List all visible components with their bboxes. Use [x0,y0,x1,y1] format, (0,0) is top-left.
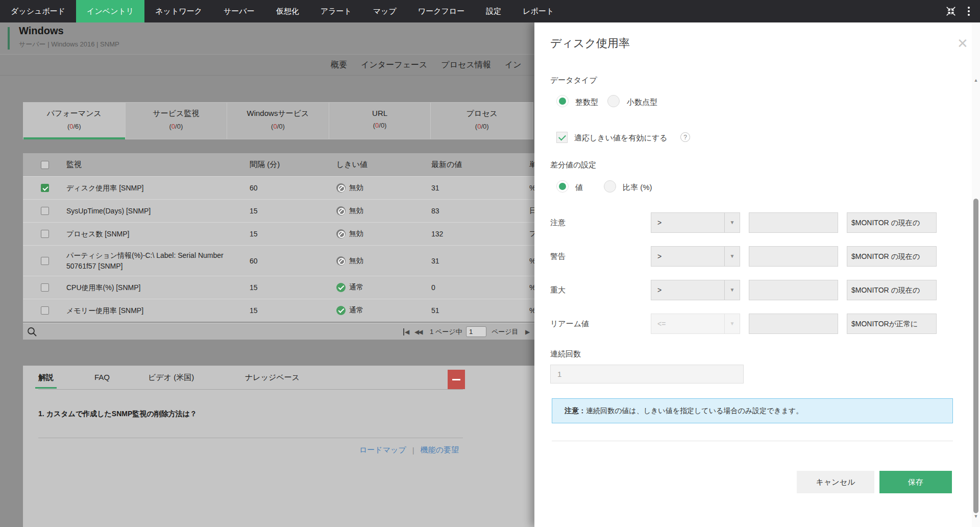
link-separator: | [412,446,414,454]
nav-settings[interactable]: 設定 [475,0,512,22]
table-row[interactable]: メモリー使用率 [SNMP] 15 通常 51 % [23,299,534,322]
page-next-icon[interactable]: ▶ [525,323,529,340]
scrollbar-thumb[interactable] [973,199,978,513]
radio-value[interactable] [556,180,569,193]
monitor-interval: 60 [250,257,336,265]
adaptive-threshold-label[interactable]: 適応しきい値を有効にする [574,133,667,143]
nav-dashboard[interactable]: ダッシュボード [0,0,76,22]
roadmap-link[interactable]: ロードマップ [359,445,406,455]
tab-clipped[interactable]: イン [505,60,522,70]
adaptive-threshold-checkbox[interactable] [556,132,568,143]
collapse-icon[interactable] [945,6,957,17]
help-tab-video[interactable]: ビデオ (米国) [148,373,194,382]
threshold-status: 無効 [349,183,363,193]
category-service-monitor[interactable]: サービス監視 (0/0) [126,103,228,139]
cancel-button[interactable]: キャンセル [797,471,874,493]
page-number-input[interactable] [466,326,486,337]
radio-decimal[interactable] [607,95,620,107]
chevron-down-icon: ▼ [724,213,740,232]
table-row[interactable]: ディスク使用率 [SNMP] 60 無効 31 % [23,176,534,199]
scroll-down-icon[interactable]: ▼ [972,514,980,519]
nav-maps[interactable]: マップ [362,0,407,22]
row-checkbox[interactable] [41,257,49,265]
consecutive-count-label: 連続回数 [550,349,581,359]
chevron-down-icon: ▼ [724,280,740,300]
radio-decimal-label[interactable]: 小数点型 [627,98,657,107]
select-all-checkbox[interactable] [41,161,49,169]
tab-process-info[interactable]: プロセス情報 [441,60,491,70]
table-row[interactable]: プロセス数 [SNMP] 15 無効 132 プロセス [23,222,534,245]
close-icon[interactable]: ✕ [957,37,968,50]
row-checkbox[interactable] [41,230,49,238]
attention-operator-select[interactable]: > ▼ [651,212,740,233]
category-process[interactable]: プロセス (0/0) [431,103,533,139]
feature-request-link[interactable]: 機能の要望 [421,445,459,455]
page-first-icon[interactable]: ◀ [403,323,408,340]
radio-integer-label[interactable]: 整数型 [575,98,598,107]
monitor-unit: % [529,257,534,265]
monitor-interval: 60 [250,184,336,192]
warning-label: 警告 [550,252,566,261]
row-checkbox[interactable] [41,283,49,292]
accent-bar [8,27,10,50]
category-label: URL [329,109,431,117]
rearm-value-input[interactable] [749,314,838,334]
help-tab-explanation[interactable]: 解説 [38,373,54,382]
category-performance[interactable]: パフォーマンス (0/6) [23,103,126,139]
search-icon[interactable] [27,326,38,338]
page-suffix-label: ページ目 [492,323,519,340]
attention-value-input[interactable] [749,212,838,233]
tab-interfaces[interactable]: インターフェース [361,60,427,70]
page-title: Windows [19,25,64,37]
faq-question[interactable]: 1. カスタムで作成したSNMP監視の削除方法は？ [38,410,197,419]
category-windows-services[interactable]: Windowsサービス (0/0) [227,103,329,139]
monitor-unit: 日 [529,206,534,215]
page-prev-icon[interactable]: ◀◀ [414,323,422,340]
kebab-menu-icon[interactable] [966,5,972,18]
category-url[interactable]: URL (0/0) [329,103,431,139]
nav-reports[interactable]: レポート [512,0,565,22]
category-count: (0/0) [126,123,227,130]
operator-value: > [657,219,662,227]
nav-virtualization[interactable]: 仮想化 [265,0,310,22]
radio-percentage-label[interactable]: 比率 (%) [623,183,652,193]
nav-workflow[interactable]: ワークフロー [407,0,475,22]
footer-links: ロードマップ | 機能の要望 [359,445,459,455]
category-label: プロセス [431,109,533,118]
panel-scrollbar[interactable]: ▲ ▼ [972,22,980,527]
help-icon[interactable]: ? [680,132,690,142]
radio-integer[interactable] [556,95,569,107]
help-tab-faq[interactable]: FAQ [94,373,110,381]
nav-server[interactable]: サーバー [213,0,265,22]
critical-value-input[interactable] [749,280,838,300]
count-rest: /0) [379,122,386,129]
consecutive-count-input[interactable] [550,365,744,384]
main-content: Windows サーバー | Windows 2016 | SNMP 概要 イン… [0,22,534,527]
nav-inventory[interactable]: インベントリ [76,0,144,22]
row-checkbox[interactable] [41,207,49,215]
table-row[interactable]: パーティション情報(%)-C:\ Label: Serial Number 50… [23,245,534,276]
row-checkbox[interactable] [41,306,49,315]
table-row[interactable]: SysUpTime(Days) [SNMP] 15 無効 83 日 [23,199,534,222]
threshold-status: 無効 [349,256,363,266]
radio-percentage[interactable] [604,180,616,193]
count-alert: 0 [172,123,175,130]
collapse-help-button[interactable] [448,370,465,389]
save-button[interactable]: 保存 [879,471,952,493]
help-tab-knowledge-base[interactable]: ナレッジベース [245,373,300,382]
critical-operator-select[interactable]: > ▼ [651,280,740,300]
nav-actions [945,0,980,22]
critical-label: 重大 [550,285,566,295]
row-checkbox[interactable] [41,184,49,192]
nav-network[interactable]: ネットワーク [144,0,213,22]
monitor-unit: % [529,283,534,292]
radio-value-label[interactable]: 値 [575,183,583,193]
diff-settings-label: 差分値の設定 [550,160,596,170]
warning-value-input[interactable] [749,246,838,267]
monitor-unit: % [529,306,534,315]
warning-operator-select[interactable]: > ▼ [651,246,740,267]
scroll-up-icon[interactable]: ▲ [972,78,980,83]
table-row[interactable]: CPU使用率(%) [SNMP] 15 通常 0 % [23,276,534,299]
tab-overview[interactable]: 概要 [331,60,347,70]
nav-alerts[interactable]: アラート [310,0,362,22]
